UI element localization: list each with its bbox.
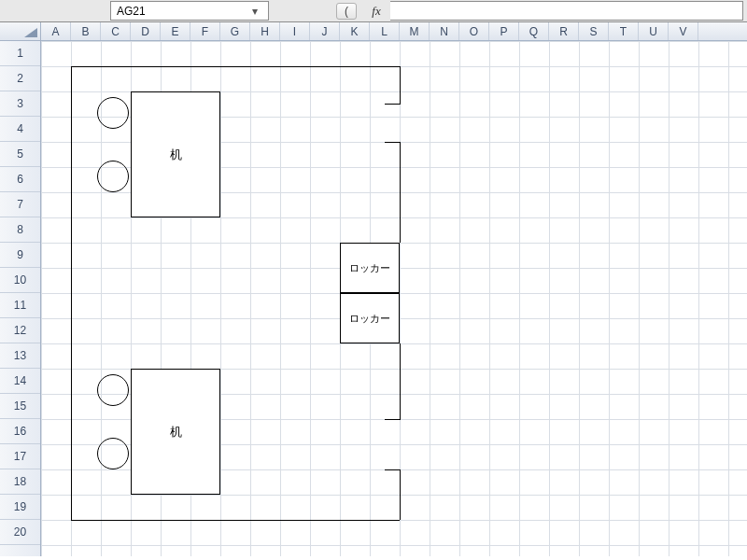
col-header[interactable]: U: [639, 22, 669, 40]
row-header[interactable]: 18: [0, 469, 40, 495]
row-header[interactable]: 10: [0, 268, 40, 293]
row-header[interactable]: 9: [0, 243, 40, 268]
row-header[interactable]: 8: [0, 217, 40, 243]
locker-shape[interactable]: ロッカー: [340, 293, 400, 343]
worksheet: A B C D E F G H I J K L M N O P Q R S T …: [0, 22, 747, 556]
col-header[interactable]: H: [250, 22, 280, 40]
row-header-col: 1234567891011121314151617181920: [0, 41, 41, 556]
formula-input[interactable]: [390, 1, 743, 21]
desk-label: 机: [132, 92, 219, 217]
locker-label: ロッカー: [341, 244, 399, 292]
col-header[interactable]: M: [400, 22, 430, 40]
row-header[interactable]: 7: [0, 192, 40, 217]
room-wall: [71, 66, 72, 520]
wall-stub: [385, 142, 401, 143]
row-header[interactable]: 5: [0, 142, 40, 167]
formula-bar: AG21 ▾ ( fx: [0, 0, 747, 22]
row-header[interactable]: 3: [0, 91, 40, 117]
room-wall: [400, 142, 401, 243]
formula-buttons: (: [269, 1, 362, 21]
cancel-icon: (: [345, 5, 348, 18]
row-header[interactable]: 2: [0, 66, 40, 91]
col-header[interactable]: B: [71, 22, 101, 40]
cancel-formula-button[interactable]: (: [336, 3, 357, 20]
name-box[interactable]: AG21 ▾: [110, 1, 269, 21]
col-header[interactable]: I: [280, 22, 310, 40]
select-all-corner[interactable]: [0, 22, 41, 40]
cell-grid[interactable]: 机 ロッカー ロッカー 机: [41, 41, 747, 556]
row-header[interactable]: 16: [0, 419, 40, 444]
formula-bar-left-spacer: [0, 1, 110, 21]
name-box-value: AG21: [117, 5, 247, 18]
locker-shape[interactable]: ロッカー: [340, 243, 400, 293]
col-header[interactable]: D: [131, 22, 161, 40]
room-wall: [400, 343, 401, 419]
col-header[interactable]: R: [549, 22, 579, 40]
wall-stub: [385, 419, 401, 420]
wall-stub: [385, 104, 401, 105]
col-header[interactable]: N: [430, 22, 459, 40]
col-header[interactable]: G: [220, 22, 250, 40]
col-header[interactable]: C: [101, 22, 131, 40]
col-header[interactable]: T: [609, 22, 639, 40]
row-header[interactable]: 1: [0, 41, 40, 66]
col-header[interactable]: A: [41, 22, 71, 40]
col-header[interactable]: L: [370, 22, 400, 40]
room-wall: [71, 66, 400, 67]
col-header[interactable]: V: [669, 22, 698, 40]
room-wall: [400, 66, 401, 104]
col-header[interactable]: O: [459, 22, 489, 40]
desk-shape[interactable]: 机: [131, 369, 220, 495]
col-header[interactable]: J: [310, 22, 340, 40]
row-header[interactable]: 19: [0, 495, 40, 520]
row-header[interactable]: 6: [0, 167, 40, 192]
chair-shape[interactable]: [97, 438, 129, 469]
desk-shape[interactable]: 机: [131, 91, 220, 217]
chair-shape[interactable]: [97, 97, 129, 129]
desk-label: 机: [132, 370, 219, 494]
col-header[interactable]: K: [340, 22, 370, 40]
locker-label: ロッカー: [341, 294, 399, 343]
col-header[interactable]: S: [579, 22, 609, 40]
room-wall: [400, 469, 401, 520]
col-header[interactable]: P: [489, 22, 519, 40]
room-wall: [71, 520, 400, 521]
row-header[interactable]: 4: [0, 117, 40, 142]
chair-shape[interactable]: [97, 161, 129, 192]
fx-label[interactable]: fx: [362, 1, 390, 21]
col-header[interactable]: F: [190, 22, 220, 40]
row-header[interactable]: 12: [0, 318, 40, 343]
chair-shape[interactable]: [97, 374, 129, 406]
row-header[interactable]: 11: [0, 293, 40, 318]
wall-stub: [385, 469, 401, 470]
col-header[interactable]: E: [161, 22, 190, 40]
row-header[interactable]: 17: [0, 444, 40, 469]
col-header[interactable]: Q: [519, 22, 549, 40]
row-header[interactable]: 14: [0, 369, 40, 394]
name-box-dropdown-icon[interactable]: ▾: [247, 5, 262, 18]
row-header[interactable]: 13: [0, 343, 40, 369]
row-header[interactable]: 20: [0, 520, 40, 545]
column-header-row: A B C D E F G H I J K L M N O P Q R S T …: [0, 22, 747, 41]
row-header[interactable]: 15: [0, 394, 40, 419]
